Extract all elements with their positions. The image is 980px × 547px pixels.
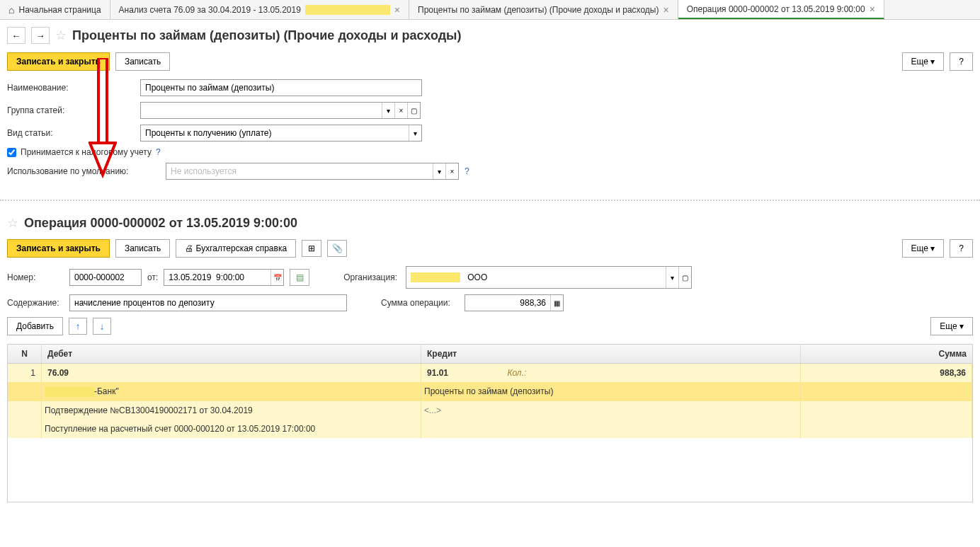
cell-credit-sub1: Проценты по займам (депозиты) (421, 382, 801, 401)
clear-icon[interactable]: × (394, 103, 407, 118)
col-credit-header[interactable]: Кредит (421, 345, 801, 363)
move-down-button[interactable]: ↓ (93, 318, 111, 335)
sum-label: Сумма операции: (381, 298, 459, 308)
write-close-button[interactable]: Записать и закрыть (7, 52, 110, 71)
open-icon[interactable]: ▢ (678, 267, 691, 288)
move-up-button[interactable]: ↑ (69, 318, 87, 335)
calculator-icon[interactable]: ▦ (550, 295, 563, 311)
cell-credit: 91.01 Кол.: (421, 364, 801, 382)
write-close-button-2[interactable]: Записать и закрыть (7, 239, 110, 258)
tab-interest-label: Проценты по займам (депозиты) (Прочие до… (418, 5, 659, 15)
content-input[interactable] (70, 295, 346, 311)
from-label: от: (147, 272, 158, 282)
cell-debit-sub2: Подтверждение №СВ13004190002171 от 30.04… (42, 401, 421, 420)
tab-home-label: Начальная страница (18, 5, 101, 15)
entries-table: N Дебет Кредит Сумма 1 76.09 91.01 Кол.:… (7, 344, 973, 502)
nav-forward-button[interactable]: → (31, 27, 50, 44)
cell-n: 1 (8, 364, 42, 382)
close-icon[interactable]: × (663, 4, 668, 16)
help-button[interactable]: ? (950, 52, 973, 71)
pane-operation: ☆ Операция 0000-000002 от 13.05.2019 9:0… (0, 208, 980, 509)
col-sum-header[interactable]: Сумма (801, 345, 972, 363)
tab-interest[interactable]: Проценты по займам (депозиты) (Прочие до… (409, 0, 678, 19)
more-label-3: Еще (940, 321, 957, 331)
more-button-2[interactable]: Еще ▾ (902, 239, 945, 258)
divider (0, 200, 980, 201)
number-input[interactable] (70, 270, 141, 285)
group-label: Группа статей: (7, 105, 135, 115)
pane-interest: ← → ☆ Проценты по займам (депозиты) (Про… (0, 20, 980, 192)
tab-home[interactable]: ⌂ Начальная страница (0, 0, 110, 19)
table-empty-area (8, 438, 972, 502)
write-button[interactable]: Записать (115, 52, 170, 71)
redacted-box (45, 387, 94, 397)
date-input[interactable] (164, 270, 270, 285)
attach-button[interactable]: 📎 (327, 240, 347, 257)
usage-input[interactable] (166, 163, 433, 179)
tab-bar: ⌂ Начальная страница Анализ счета 76.09 … (0, 0, 980, 20)
redacted-box (305, 5, 390, 15)
col-n-header[interactable]: N (8, 345, 42, 363)
write-button-2[interactable]: Записать (115, 239, 170, 258)
type-input[interactable] (141, 125, 409, 141)
add-button[interactable]: Добавить (7, 317, 63, 335)
print-label: Бухгалтерская справка (196, 243, 287, 253)
star-icon[interactable]: ☆ (55, 28, 67, 43)
cell-debit-sub1-text: -Банк" (94, 386, 119, 396)
chevron-down-icon: ▾ (930, 57, 935, 67)
chevron-down-icon: ▾ (959, 321, 964, 331)
org-input[interactable] (463, 270, 661, 285)
name-input[interactable] (141, 80, 421, 96)
close-icon[interactable]: × (870, 4, 875, 15)
tab-analysis-label: Анализ счета 76.09 за 30.04.2019 - 13.05… (119, 5, 301, 15)
name-label: Наименование: (7, 83, 135, 93)
col-debit-header[interactable]: Дебет (42, 345, 421, 363)
print-button[interactable]: 🖨 Бухгалтерская справка (176, 239, 296, 258)
tax-checkbox-label: Принимается к налоговому учету (21, 147, 152, 157)
cell-credit-sub2: <...> (421, 401, 801, 420)
type-label: Вид статьи: (7, 128, 135, 138)
copy-button[interactable]: ▤ (290, 269, 309, 286)
tab-analysis[interactable]: Анализ счета 76.09 за 30.04.2019 - 13.05… (110, 0, 409, 19)
open-icon[interactable]: ▢ (407, 103, 420, 118)
usage-label: Использование по умолчанию: (7, 166, 160, 176)
tree-button[interactable]: ⊞ (302, 240, 321, 257)
home-icon: ⌂ (8, 4, 14, 16)
close-icon[interactable]: × (394, 4, 400, 16)
table-row[interactable]: Поступление на расчетный счет 0000-00012… (8, 420, 972, 438)
cell-debit-sub3: Поступление на расчетный счет 0000-00012… (42, 420, 421, 438)
help-link[interactable]: ? (156, 147, 161, 157)
table-row[interactable]: 1 76.09 91.01 Кол.: 988,36 (8, 364, 972, 382)
more-label-2: Еще (911, 243, 928, 253)
tab-operation[interactable]: Операция 0000-000002 от 13.05.2019 9:00:… (678, 0, 884, 19)
chevron-down-icon: ▾ (930, 243, 935, 253)
group-input[interactable] (141, 103, 382, 118)
cell-sum: 988,36 (801, 364, 972, 382)
help-link[interactable]: ? (465, 166, 469, 176)
dropdown-icon[interactable]: ▾ (666, 267, 678, 288)
org-label: Организация: (343, 272, 400, 282)
cell-debit-sub1: -Банк" (42, 382, 421, 401)
printer-icon: 🖨 (185, 243, 193, 253)
dropdown-icon[interactable]: ▾ (409, 125, 421, 141)
cell-kol-label: Кол.: (507, 368, 526, 378)
tab-operation-label: Операция 0000-000002 от 13.05.2019 9:00:… (687, 4, 865, 14)
content-label: Содержание: (7, 298, 64, 308)
table-more-button[interactable]: Еще ▾ (930, 317, 973, 335)
arrow-up-icon: ↑ (76, 321, 81, 332)
clear-icon[interactable]: × (445, 163, 458, 179)
help-button-2[interactable]: ? (950, 239, 973, 258)
dropdown-icon[interactable]: ▾ (433, 163, 445, 179)
table-row[interactable]: Подтверждение №СВ13004190002171 от 30.04… (8, 401, 972, 420)
cell-debit-acc: 76.09 (42, 364, 421, 382)
tax-checkbox[interactable] (7, 148, 16, 157)
table-row[interactable]: -Банк" Проценты по займам (депозиты) (8, 382, 972, 401)
dropdown-icon[interactable]: ▾ (382, 103, 394, 118)
star-icon[interactable]: ☆ (7, 215, 18, 231)
pane-title-2: Операция 0000-000002 от 13.05.2019 9:00:… (24, 216, 297, 231)
pane-title: Проценты по займам (депозиты) (Прочие до… (72, 28, 461, 43)
more-button[interactable]: Еще ▾ (902, 52, 945, 71)
calendar-icon[interactable]: 📅 (270, 270, 283, 285)
nav-back-button[interactable]: ← (7, 27, 25, 44)
sum-input[interactable] (465, 295, 550, 311)
